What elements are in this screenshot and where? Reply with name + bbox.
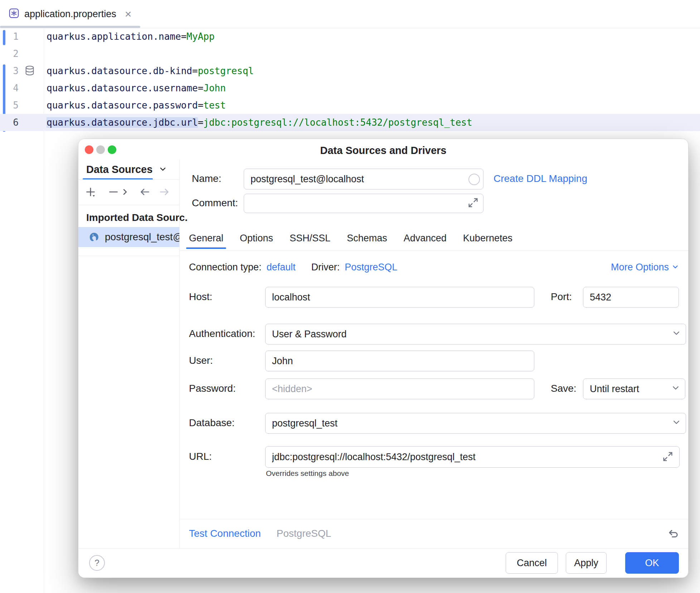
expand-comment-icon[interactable] <box>468 197 478 208</box>
tab-title: application.properties <box>24 9 116 20</box>
tab-general[interactable]: General <box>189 227 223 250</box>
url-input[interactable] <box>266 452 679 463</box>
refresh-status-icon <box>468 174 480 185</box>
tab-options[interactable]: Options <box>240 227 273 250</box>
driver-value[interactable]: PostgreSQL <box>345 262 397 273</box>
tab-schemas[interactable]: Schemas <box>347 227 387 250</box>
dialog-tabs: General Options SSH/SSL Schemas Advanced… <box>189 227 512 250</box>
sidebar-item-label: postgresql_test@ <box>105 231 179 243</box>
comment-field-wrap <box>244 194 483 213</box>
line-number: 4 <box>0 79 19 97</box>
url-label: URL: <box>189 446 212 467</box>
database-label: Database: <box>189 413 235 433</box>
line-number: 3 <box>0 62 19 79</box>
url-hint: Overrides settings above <box>266 469 349 478</box>
line-number: 6 <box>0 114 19 131</box>
host-input[interactable] <box>266 292 534 303</box>
line-number: 1 <box>0 28 19 45</box>
authentication-select[interactable]: User & Password <box>265 324 686 344</box>
user-field-wrap <box>265 351 534 371</box>
expand-url-icon[interactable] <box>662 451 673 462</box>
add-data-source-button[interactable] <box>84 185 97 198</box>
postgresql-elephant-icon <box>88 231 101 243</box>
editor-line[interactable]: 2 <box>0 45 700 62</box>
ok-button[interactable]: OK <box>625 552 679 574</box>
editor-line[interactable]: 4 quarkus.datasource.username=John <box>0 79 700 97</box>
comment-label: Comment: <box>192 194 238 212</box>
line-number: 5 <box>0 97 19 114</box>
editor-line-current[interactable]: 6 quarkus.datasource.jdbc.url=jdbc:postg… <box>0 114 700 131</box>
line-number: 2 <box>0 45 19 62</box>
authentication-label: Authentication: <box>189 324 255 344</box>
name-field-wrap <box>244 169 483 189</box>
expand-chevron-icon[interactable] <box>118 185 131 198</box>
database-gutter-icon[interactable] <box>24 65 36 77</box>
cancel-button[interactable]: Cancel <box>506 552 558 574</box>
connection-type-value[interactable]: default <box>267 262 296 273</box>
name-label: Name: <box>192 169 221 189</box>
apply-button[interactable]: Apply <box>566 552 607 574</box>
chevron-down-icon <box>672 329 681 340</box>
host-field-wrap <box>265 287 534 308</box>
chevron-down-icon <box>159 164 167 175</box>
editor-tab-bar: application.properties × <box>0 0 700 28</box>
password-input[interactable] <box>266 384 534 395</box>
url-field-wrap <box>265 446 680 468</box>
name-input[interactable] <box>244 174 483 185</box>
save-select[interactable]: Until restart <box>583 379 685 399</box>
help-button[interactable]: ? <box>89 555 105 571</box>
back-arrow-icon[interactable] <box>138 185 151 198</box>
chevron-down-icon <box>672 418 681 429</box>
chevron-down-icon <box>672 262 679 273</box>
editor-line[interactable]: 5 quarkus.datasource.password=test <box>0 97 700 114</box>
save-label: Save: <box>551 379 577 399</box>
user-label: User: <box>189 351 213 371</box>
database-combo[interactable]: postgresql_test <box>265 413 686 434</box>
comment-input[interactable] <box>244 198 483 209</box>
properties-file-icon <box>9 8 19 20</box>
user-input[interactable] <box>266 356 534 367</box>
imported-data-sources-header: Imported Data Sourc. <box>86 210 188 226</box>
forward-arrow-icon[interactable] <box>158 185 171 198</box>
dialog-title: Data Sources and Drivers <box>78 145 688 156</box>
port-input[interactable] <box>583 292 679 303</box>
close-icon[interactable]: × <box>125 8 132 20</box>
highlighted-key: quarkus.datasource.jdbc.url <box>47 117 198 128</box>
port-label: Port: <box>551 287 572 307</box>
port-field-wrap <box>583 287 679 308</box>
tab-advanced[interactable]: Advanced <box>404 227 447 250</box>
create-ddl-mapping-link[interactable]: Create DDL Mapping <box>494 169 587 189</box>
test-connection-link[interactable]: Test Connection <box>189 528 261 539</box>
more-options-button[interactable]: More Options <box>611 259 679 276</box>
editor-line[interactable]: 1 quarkus.application.name=MyApp <box>0 28 700 45</box>
sidebar-tab-data-sources[interactable]: Data Sources <box>86 161 167 178</box>
driver-label: Driver: <box>311 262 340 273</box>
connection-type-row: Connection type: default Driver: Postgre… <box>189 259 397 276</box>
chevron-down-icon <box>671 384 680 395</box>
test-connection-row: Test Connection PostgreSQL <box>189 525 331 542</box>
sidebar-item-postgresql[interactable]: postgresql_test@ <box>78 227 179 247</box>
undo-icon[interactable] <box>667 527 680 539</box>
host-label: Host: <box>189 287 212 307</box>
editor-line[interactable]: 3 quarkus.datasource.db-kind=postgresql <box>0 62 700 79</box>
connection-type-label: Connection type: <box>189 262 262 273</box>
tab-application-properties[interactable]: application.properties × <box>0 0 141 28</box>
remove-data-source-button[interactable] <box>107 185 120 198</box>
test-driver-name: PostgreSQL <box>277 528 331 539</box>
tab-kubernetes[interactable]: Kubernetes <box>463 227 512 250</box>
password-field-wrap <box>265 379 534 399</box>
password-label: Password: <box>189 379 236 399</box>
tab-ssh-ssl[interactable]: SSH/SSL <box>290 227 330 250</box>
data-sources-dialog: Data Sources and Drivers Data Sources Im… <box>78 139 689 578</box>
